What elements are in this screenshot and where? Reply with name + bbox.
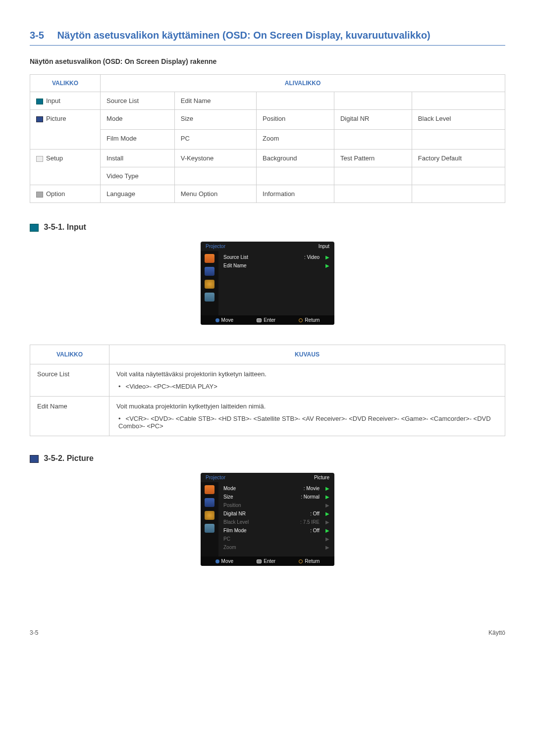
osd-row: Black Level: 7.5 IRE▶ <box>222 518 330 526</box>
desc-name: Source List <box>30 364 109 397</box>
osd-row-value: : Video <box>304 254 320 260</box>
cell <box>334 167 412 185</box>
osd-row: Size: Normal▶ <box>222 493 330 501</box>
cell <box>334 130 412 150</box>
osd-row: Source List: Video▶ <box>222 253 330 261</box>
menu-label: Setup <box>46 154 63 162</box>
cell: Edit Name <box>174 92 256 110</box>
return-icon <box>299 318 303 322</box>
arrow-icon: ▶ <box>325 254 329 260</box>
cell: Black Level <box>412 110 505 130</box>
cell: Size <box>174 110 256 130</box>
desc-bullet: <VCR>- <DVD>- <Cable STB>- <HD STB>- <Sa… <box>118 415 498 430</box>
cell: PC <box>174 130 256 150</box>
osd-row: Film Mode: Off▶ <box>222 526 330 535</box>
cell <box>174 167 256 185</box>
osd-row: PC▶ <box>222 535 330 543</box>
cell <box>412 167 505 185</box>
osd-row-label: Zoom <box>223 545 236 550</box>
osd-top-right: Input <box>319 244 329 249</box>
cell <box>257 167 334 185</box>
osd-row: Mode: Movie▶ <box>222 484 330 493</box>
osd-row: Zoom▶ <box>222 543 330 552</box>
osd-left-icons <box>201 482 218 556</box>
osd-picture-rows: Mode: Movie▶Size: Normal▶Position▶Digita… <box>218 482 334 556</box>
table-row: Video Type <box>30 167 505 185</box>
section-heading: 3-5 Näytön asetusvalikon käyttäminen (OS… <box>30 30 505 46</box>
osd-row-label: Digital NR <box>223 511 246 516</box>
osd-row: Digital NR: Off▶ <box>222 509 330 518</box>
osd-row: Position▶ <box>222 501 330 509</box>
cell <box>257 92 334 110</box>
osd-row-label: Edit Name <box>223 263 247 268</box>
osd-input-rows: Source List: Video▶Edit Name▶ <box>218 251 334 315</box>
desc-bullet: <Video>- <PC>-<MEDIA PLAY> <box>118 383 498 390</box>
move-icon <box>215 559 219 563</box>
table-row: Source List Voit valita näytettäväksi pr… <box>30 364 505 397</box>
structure-subheading: Näytön asetusvalikon (OSD: On Screen Dis… <box>30 57 505 65</box>
desc-col-desc: KUVAUS <box>109 345 505 364</box>
col-menu: VALIKKO <box>30 75 101 92</box>
cell: Install <box>101 150 175 167</box>
arrow-icon: ▶ <box>325 545 329 550</box>
cell: Background <box>257 150 334 167</box>
picture-section-icon <box>30 455 39 463</box>
osd-move: Move <box>221 558 233 564</box>
cell: Source List <box>101 92 175 110</box>
cell: Menu Option <box>174 185 256 203</box>
desc-text: Voit muokata projektoriin kytkettyjen la… <box>116 403 498 410</box>
cell <box>412 185 505 203</box>
cell <box>334 92 412 110</box>
osd-icon-input <box>205 254 214 263</box>
arrow-icon: ▶ <box>325 536 329 542</box>
cell: V-Keystone <box>174 150 256 167</box>
footer-right: Käyttö <box>488 629 505 636</box>
cell: Test Pattern <box>334 150 412 167</box>
arrow-icon: ▶ <box>325 263 329 268</box>
arrow-icon: ▶ <box>325 494 329 500</box>
osd-row-value: : Movie <box>304 486 320 491</box>
osd-row-label: Source List <box>223 254 248 260</box>
osd-icon-setup <box>205 511 214 520</box>
section-title: Näytön asetusvalikon käyttäminen (OSD: O… <box>57 30 430 41</box>
table-row: Edit Name Voit muokata projektoriin kytk… <box>30 397 505 436</box>
cell: Video Type <box>101 167 175 185</box>
osd-top-left: Projector <box>206 475 225 480</box>
menu-label: Option <box>46 190 65 198</box>
arrow-icon: ▶ <box>325 511 329 516</box>
osd-icon-setup <box>205 280 214 289</box>
table-row: Picture Mode Size Position Digital NR Bl… <box>30 110 505 130</box>
subsection-picture-title: 3-5-2. Picture <box>30 454 505 463</box>
osd-input-screenshot: Projector Input Source List: Video▶Edit … <box>201 242 334 325</box>
menu-label: Picture <box>46 115 66 122</box>
subsection-input-label: 3-5-1. Input <box>44 223 86 231</box>
osd-left-icons <box>201 251 218 315</box>
table-row: Option Language Menu Option Information <box>30 185 505 203</box>
osd-enter: Enter <box>264 317 275 323</box>
arrow-icon: ▶ <box>325 519 329 525</box>
cell: Zoom <box>257 130 334 150</box>
cell: Digital NR <box>334 110 412 130</box>
table-row: Film Mode PC Zoom <box>30 130 505 150</box>
enter-icon <box>257 559 262 563</box>
structure-table: VALIKKO ALIVALIKKO Input Source List Edi… <box>30 74 505 203</box>
col-submenu: ALIVALIKKO <box>101 75 505 92</box>
osd-icon-picture <box>205 498 214 507</box>
cell: Position <box>257 110 334 130</box>
desc-name: Edit Name <box>30 397 109 436</box>
page-footer: 3-5 Käyttö <box>30 625 505 636</box>
picture-icon <box>36 116 43 122</box>
osd-move: Move <box>221 317 233 323</box>
osd-icon-option <box>205 524 214 533</box>
osd-picture-screenshot: Projector Picture Mode: Movie▶Size: Norm… <box>201 473 334 566</box>
arrow-icon: ▶ <box>325 528 329 533</box>
cell: Factory Default <box>412 150 505 167</box>
osd-row-label: Size <box>223 494 233 500</box>
subsection-picture-label: 3-5-2. Picture <box>44 454 93 462</box>
move-icon <box>215 318 219 322</box>
return-icon <box>299 559 303 563</box>
menu-label: Input <box>46 97 60 104</box>
arrow-icon: ▶ <box>325 503 329 508</box>
table-row: Input Source List Edit Name <box>30 92 505 110</box>
desc-text: Voit valita näytettäväksi projektoriin k… <box>116 370 498 378</box>
